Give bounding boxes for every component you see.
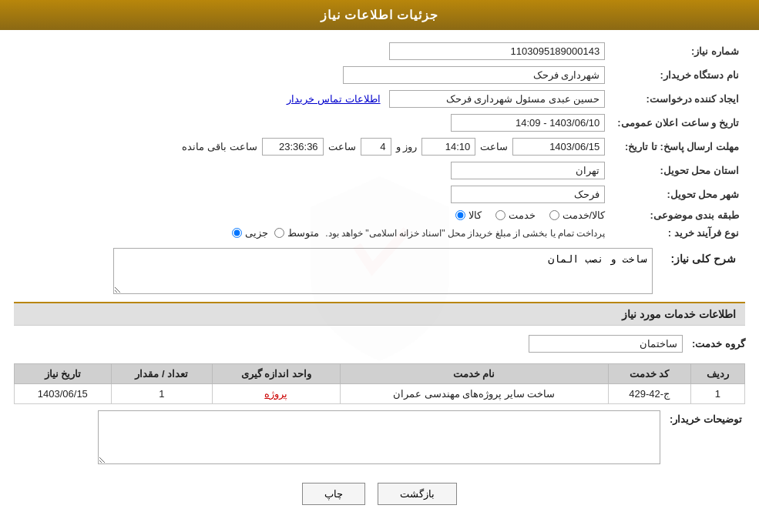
response-remaining-label: ساعت باقی مانده — [182, 141, 257, 152]
category-kala-khedmat-label: کالا/خدمت — [563, 209, 606, 221]
col-header-code: کد خدمت — [608, 364, 690, 384]
process-type-option-motavasset[interactable]: متوسط — [274, 227, 319, 239]
response-days-label: روز و — [396, 141, 418, 152]
col-header-qty: تعداد / مقدار — [111, 364, 212, 384]
delivery-city-value: فرحک — [451, 186, 605, 203]
service-group-value: ساختمان — [529, 335, 683, 353]
delivery-province-label: استان محل تحویل: — [611, 159, 745, 182]
col-header-date: تاریخ نیاز — [15, 364, 112, 384]
creator-label: ایجاد کننده درخواست: — [611, 87, 745, 111]
general-desc-section: شرح کلی نیاز: ساخت و نصب المان — [14, 248, 745, 294]
buyer-notes-label: توضیحات خریدار: — [670, 413, 745, 425]
row-code: ج-42-429 — [608, 384, 690, 404]
announcement-datetime-label: تاریخ و ساعت اعلان عمومی: — [611, 111, 745, 135]
service-group-label: گروه خدمت: — [692, 338, 745, 350]
services-table: ردیف کد خدمت نام خدمت واحد اندازه گیری ت… — [14, 363, 745, 404]
need-number-value: 1103095189000143 — [389, 42, 605, 60]
table-row: 1 ج-42-429 ساخت سایر پروژه‌های مهندسی عم… — [15, 384, 745, 404]
col-header-unit: واحد اندازه گیری — [213, 364, 341, 384]
announcement-datetime-value: 1403/06/10 - 14:09 — [451, 114, 605, 132]
response-days: 4 — [361, 138, 391, 156]
process-type-option-jozyi[interactable]: جزیی — [232, 227, 268, 239]
row-name: ساخت سایر پروژه‌های مهندسی عمران — [340, 384, 608, 404]
footer-buttons: بازگشت چاپ — [14, 470, 745, 511]
response-remaining: 23:36:36 — [262, 138, 324, 156]
need-number-label: شماره نیاز: — [611, 39, 745, 63]
delivery-city-label: شهر محل تحویل: — [611, 182, 745, 206]
response-time-label: ساعت — [480, 141, 508, 152]
col-header-row: ردیف — [690, 364, 744, 384]
category-kala-radio[interactable] — [455, 210, 465, 220]
creator-value: حسین عبدی مسئول شهرداری فرحک — [389, 90, 605, 108]
buyer-org-value: شهرداری فرحک — [343, 66, 605, 84]
response-time: 14:10 — [421, 138, 475, 156]
general-desc-textarea[interactable]: ساخت و نصب المان — [113, 248, 653, 294]
delivery-province-value: تهران — [451, 162, 605, 179]
col-header-name: نام خدمت — [340, 364, 608, 384]
response-time-label2: ساعت — [328, 141, 356, 152]
row-date: 1403/06/15 — [15, 384, 112, 404]
category-kala-khedmat-radio[interactable] — [549, 210, 559, 220]
category-khedmat-label: خدمت — [509, 209, 536, 221]
category-kala-label: کالا — [468, 209, 482, 221]
process-note: پرداخت تمام یا بخشی از مبلغ خریداز محل "… — [325, 228, 605, 239]
process-motavasset-radio[interactable] — [274, 228, 284, 238]
process-jozyi-radio[interactable] — [232, 228, 242, 238]
row-unit: پروژه — [213, 384, 341, 404]
category-label: طبقه بندی موضوعی: — [611, 206, 745, 224]
general-desc-label: شرح کلی نیاز: — [662, 248, 745, 269]
print-button[interactable]: چاپ — [302, 483, 365, 505]
category-option-khedmat[interactable]: خدمت — [495, 209, 536, 221]
row-number: 1 — [690, 384, 744, 404]
process-type-label: نوع فرآیند خرید : — [611, 224, 745, 242]
buyer-notes-section: توضیحات خریدار: — [14, 410, 745, 464]
response-date: 1403/06/15 — [512, 138, 605, 156]
back-button[interactable]: بازگشت — [378, 483, 457, 505]
service-group-row: گروه خدمت: ساختمان — [14, 330, 745, 357]
category-radio-group: کالا/خدمت خدمت کالا — [455, 209, 606, 221]
services-section-title: اطلاعات خدمات مورد نیاز — [14, 302, 745, 326]
process-jozyi-label: جزیی — [245, 227, 268, 239]
row-quantity: 1 — [111, 384, 212, 404]
process-type-row: پرداخت تمام یا بخشی از مبلغ خریداز محل "… — [36, 227, 605, 239]
category-option-kala-khedmat[interactable]: کالا/خدمت — [549, 209, 606, 221]
page-header: جزئیات اطلاعات نیاز — [0, 0, 759, 30]
buyer-notes-textarea[interactable] — [98, 410, 660, 464]
response-deadline-label: مهلت ارسال پاسخ: تا تاریخ: — [611, 135, 745, 159]
category-option-kala[interactable]: کالا — [455, 209, 482, 221]
buyer-org-label: نام دستگاه خریدار: — [611, 63, 745, 87]
page-title: جزئیات اطلاعات نیاز — [321, 8, 439, 22]
process-motavasset-label: متوسط — [287, 227, 319, 239]
main-info-table: شماره نیاز: 1103095189000143 نام دستگاه … — [14, 39, 745, 242]
category-khedmat-radio[interactable] — [495, 210, 505, 220]
creator-contact-link[interactable]: اطلاعات تماس خریدار — [287, 93, 380, 105]
